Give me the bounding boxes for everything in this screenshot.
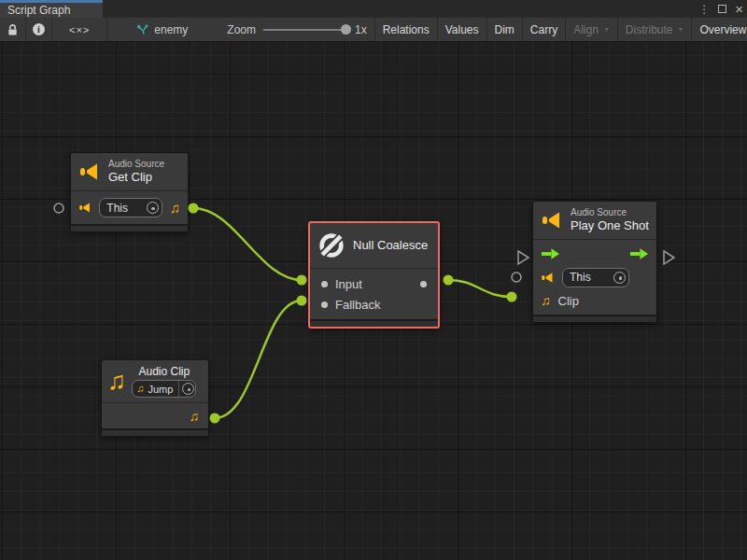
node-footer bbox=[310, 319, 438, 327]
target-picker-icon[interactable] bbox=[179, 380, 195, 398]
menu-icon[interactable]: ⋮ bbox=[698, 4, 710, 15]
nullcoalesce-result-port[interactable] bbox=[444, 275, 454, 286]
angle-x-icon: <×> bbox=[69, 24, 90, 35]
node-header: ♫ Audio Clip ♫ Jump bbox=[102, 360, 208, 402]
tab-bar: Script Graph ⋮ × bbox=[0, 0, 747, 18]
node-header: Audio Source Get Clip bbox=[71, 153, 188, 190]
graph-breadcrumb[interactable]: enemy bbox=[128, 18, 195, 41]
clip-port-label: Clip bbox=[558, 294, 579, 308]
node-footer bbox=[71, 224, 188, 231]
zoom-label: Zoom bbox=[227, 23, 256, 36]
wire-getclip-to-input[interactable] bbox=[193, 208, 302, 280]
tab-script-graph[interactable]: Script Graph bbox=[0, 0, 103, 18]
node-title: Play One Shot bbox=[571, 218, 649, 233]
dim-button[interactable]: Dim bbox=[487, 18, 523, 41]
this-object-field[interactable]: This bbox=[99, 198, 162, 217]
chevron-down-icon: ▼ bbox=[678, 26, 684, 33]
zoom-value: 1x bbox=[355, 23, 367, 36]
graph-name: enemy bbox=[154, 23, 188, 36]
graph-canvas[interactable]: Audio Source Get Clip This ♫ bbox=[0, 42, 747, 560]
result-port[interactable] bbox=[420, 281, 427, 287]
distribute-button[interactable]: Distribute ▼ bbox=[618, 18, 693, 41]
node-category: Audio Source bbox=[108, 159, 164, 170]
flow-in-arrow-icon[interactable] bbox=[541, 247, 560, 260]
node-category: Audio Source bbox=[571, 207, 649, 218]
playoneshot-self-port[interactable] bbox=[512, 273, 521, 282]
fallback-port[interactable] bbox=[321, 301, 328, 308]
node-title: Audio Clip bbox=[138, 365, 190, 378]
null-coalesce-icon bbox=[317, 231, 345, 259]
chevron-down-icon: ▼ bbox=[603, 26, 610, 33]
zoom-slider[interactable] bbox=[263, 29, 347, 31]
relations-button[interactable]: Relations bbox=[374, 18, 438, 41]
zoom-control: Zoom 1x bbox=[219, 18, 374, 41]
toolbar: i <×> enemy Zoom 1x Relations Values Dim… bbox=[0, 18, 747, 42]
music-note-icon: ♫ bbox=[107, 369, 126, 394]
values-label: Values bbox=[445, 23, 479, 36]
input-port-label: Input bbox=[335, 277, 362, 291]
graph-icon bbox=[135, 23, 148, 36]
node-title: Null Coalesce bbox=[353, 238, 428, 253]
tab-label: Script Graph bbox=[7, 4, 70, 17]
target-picker-icon[interactable] bbox=[611, 269, 628, 287]
node-get-clip[interactable]: Audio Source Get Clip This ♫ bbox=[70, 152, 189, 232]
zoom-slider-handle[interactable] bbox=[341, 24, 351, 35]
audioclip-output-port[interactable] bbox=[210, 413, 220, 424]
preview-toggle-button[interactable]: <×> bbox=[52, 18, 107, 41]
fallback-port-label: Fallback bbox=[335, 298, 380, 312]
values-button[interactable]: Values bbox=[438, 18, 487, 41]
window-controls: ⋮ × bbox=[698, 0, 743, 18]
field-value: This bbox=[570, 271, 611, 284]
maximize-icon[interactable] bbox=[718, 5, 726, 13]
music-note-icon: ♫ bbox=[170, 201, 180, 215]
field-value: Jump bbox=[148, 384, 174, 395]
audio-clip-object-field[interactable]: ♫ Jump bbox=[132, 380, 196, 398]
info-button[interactable]: i bbox=[26, 18, 52, 41]
node-play-one-shot[interactable]: Audio Source Play One Shot bbox=[532, 201, 657, 323]
getclip-output-port[interactable] bbox=[189, 203, 199, 214]
flow-out-port-triangle[interactable] bbox=[664, 251, 674, 264]
overview-button[interactable]: Overview bbox=[692, 18, 747, 41]
music-note-icon: ♫ bbox=[541, 294, 551, 307]
audio-source-icon bbox=[541, 271, 555, 285]
node-footer bbox=[102, 428, 208, 436]
overview-label: Overview bbox=[699, 23, 746, 36]
music-note-icon: ♫ bbox=[136, 384, 144, 394]
wire-result-to-clip[interactable] bbox=[448, 280, 512, 297]
this-object-field[interactable]: This bbox=[562, 268, 629, 287]
input-port[interactable] bbox=[321, 281, 328, 287]
align-label: Align bbox=[573, 23, 599, 36]
close-icon[interactable]: × bbox=[735, 2, 743, 16]
distribute-label: Distribute bbox=[626, 23, 673, 36]
toolbar-spacer bbox=[195, 18, 219, 41]
node-footer bbox=[533, 315, 656, 322]
carry-button[interactable]: Carry bbox=[523, 18, 566, 41]
node-null-coalesce[interactable]: Null Coalesce Input Fallback bbox=[308, 221, 440, 329]
playoneshot-clip-port[interactable] bbox=[507, 292, 517, 302]
getclip-self-port[interactable] bbox=[54, 203, 63, 213]
lock-icon bbox=[7, 23, 19, 36]
audio-source-icon bbox=[541, 209, 563, 231]
wire-audioclip-to-fallback[interactable] bbox=[215, 301, 302, 418]
music-note-icon: ♫ bbox=[190, 410, 200, 423]
flow-out-arrow-icon[interactable] bbox=[629, 247, 649, 260]
lock-button[interactable] bbox=[0, 18, 26, 41]
carry-label: Carry bbox=[530, 23, 557, 36]
node-header: Null Coalesce bbox=[310, 223, 438, 268]
audio-source-icon bbox=[78, 161, 101, 183]
align-button[interactable]: Align ▼ bbox=[566, 18, 618, 41]
node-title: Get Clip bbox=[108, 170, 164, 185]
nullcoalesce-input-port[interactable] bbox=[297, 275, 307, 286]
flow-in-port-triangle[interactable] bbox=[518, 251, 529, 264]
toolbar-spacer bbox=[107, 18, 128, 41]
field-value: This bbox=[106, 202, 143, 215]
dim-label: Dim bbox=[495, 23, 514, 36]
relations-label: Relations bbox=[383, 23, 430, 36]
info-icon: i bbox=[33, 23, 45, 35]
audio-source-icon bbox=[78, 201, 92, 215]
node-audio-clip[interactable]: ♫ Audio Clip ♫ Jump ♫ bbox=[101, 359, 209, 437]
target-picker-icon[interactable] bbox=[144, 199, 162, 217]
nullcoalesce-fallback-port[interactable] bbox=[297, 296, 307, 306]
node-header: Audio Source Play One Shot bbox=[533, 202, 656, 239]
